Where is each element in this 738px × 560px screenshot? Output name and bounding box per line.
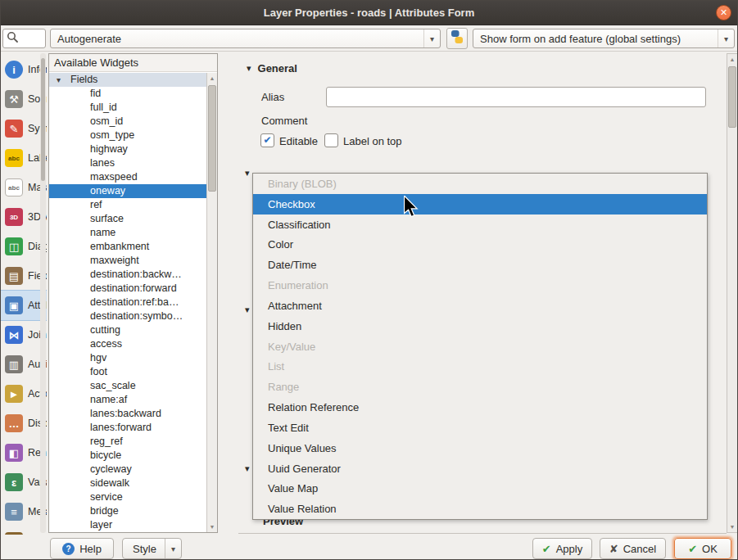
- fields-icon: ▤: [5, 267, 23, 285]
- python-init-function-button[interactable]: [446, 28, 468, 49]
- scroll-down-icon[interactable]: ▼: [727, 522, 737, 532]
- footer-bar: ? Help Style ▾ ✔ Apply ✘ Cancel ✔ OK: [1, 535, 737, 560]
- ok-label: OK: [702, 543, 718, 555]
- field-item[interactable]: reg_ref: [49, 435, 206, 449]
- widget-type-option: Binary (BLOB): [253, 174, 707, 194]
- widget-type-option[interactable]: Color: [253, 234, 707, 255]
- tree-node-label: Fields: [70, 74, 97, 85]
- autogenerate-dropdown[interactable]: Autogenerate ▾: [50, 29, 441, 48]
- mouse-cursor: [404, 196, 419, 221]
- field-item[interactable]: oneway: [49, 184, 206, 198]
- field-item[interactable]: maxweight: [49, 254, 206, 268]
- widget-type-option[interactable]: Text Edit: [253, 418, 707, 438]
- field-item[interactable]: cutting: [49, 323, 206, 337]
- help-button[interactable]: ? Help: [50, 538, 114, 559]
- field-item[interactable]: surface: [49, 212, 206, 226]
- widget-type-option[interactable]: Date/Time: [253, 255, 707, 275]
- widget-type-option[interactable]: Attachment: [253, 296, 707, 316]
- cancel-button[interactable]: ✘ Cancel: [600, 538, 666, 559]
- field-item[interactable]: name: [49, 226, 206, 240]
- field-item[interactable]: destination:backw…: [49, 268, 206, 282]
- field-item[interactable]: service: [49, 490, 206, 504]
- form-scrollbar-thumb[interactable]: [728, 66, 736, 128]
- scroll-up-icon[interactable]: ▲: [207, 73, 217, 84]
- sidebar-search-input[interactable]: [2, 29, 46, 48]
- field-item[interactable]: highway: [49, 142, 206, 156]
- sidebar-scrollbar[interactable]: [40, 53, 46, 533]
- close-button[interactable]: ✕: [716, 5, 731, 20]
- field-item[interactable]: destination:symbo…: [49, 309, 206, 323]
- section-expander-icon[interactable]: ▾: [245, 305, 250, 315]
- section-expander-icon[interactable]: ▾: [245, 463, 250, 474]
- check-icon: ✔: [261, 134, 274, 147]
- symbology-icon: ✎: [5, 120, 23, 138]
- field-item[interactable]: osm_id: [49, 115, 206, 129]
- widget-type-option[interactable]: Hidden: [253, 316, 707, 336]
- chevron-down-icon: ▾: [423, 29, 440, 47]
- display-icon: …: [5, 414, 23, 432]
- widget-type-option[interactable]: Unique Values: [253, 438, 707, 458]
- field-item[interactable]: embankment: [49, 240, 206, 254]
- tree-node-fields[interactable]: ▾ Fields: [49, 73, 206, 87]
- field-item[interactable]: bridge: [49, 504, 206, 518]
- expander-icon[interactable]: ▾: [247, 63, 251, 74]
- alias-input[interactable]: [326, 87, 706, 107]
- field-item[interactable]: osm_type: [49, 129, 206, 142]
- widget-type-option[interactable]: Checkbox: [253, 194, 707, 215]
- form-panel-scrollbar[interactable]: ▲ ▼: [727, 53, 738, 533]
- widgets-tree: ▾ Fields fidfull_idosm_idosm_typehighway…: [49, 73, 206, 532]
- scroll-down-icon[interactable]: ▼: [207, 522, 217, 532]
- field-item[interactable]: layer: [49, 518, 206, 532]
- field-item[interactable]: access: [49, 337, 206, 351]
- field-item[interactable]: cycleway: [49, 463, 206, 476]
- apply-button[interactable]: ✔ Apply: [532, 538, 592, 559]
- diagrams-icon: ◫: [5, 237, 23, 255]
- field-item[interactable]: foot: [49, 365, 206, 379]
- field-item[interactable]: lanes:forward: [49, 421, 206, 435]
- field-item[interactable]: maxspeed: [49, 170, 206, 184]
- scroll-up-icon[interactable]: ▲: [727, 54, 737, 65]
- expander-icon[interactable]: ▾: [57, 73, 61, 87]
- form-mode-dropdown[interactable]: Show form on add feature (global setting…: [473, 29, 735, 48]
- widget-type-option: List: [253, 356, 707, 377]
- field-item[interactable]: lanes: [49, 156, 206, 170]
- field-item[interactable]: destination:forward: [49, 282, 206, 296]
- editable-label: Editable: [279, 135, 318, 147]
- ok-button[interactable]: ✔ OK: [674, 538, 731, 559]
- fields-list: fidfull_idosm_idosm_typehighwaylanesmaxs…: [49, 87, 206, 532]
- widget-type-option: Range: [253, 377, 707, 397]
- widget-type-dropdown-list: Binary (BLOB)CheckboxClassificationColor…: [252, 173, 708, 520]
- check-icon: ✔: [542, 543, 551, 555]
- field-item[interactable]: full_id: [49, 101, 206, 115]
- widget-type-option[interactable]: Uuid Generator: [253, 458, 707, 479]
- field-item[interactable]: sac_scale: [49, 379, 206, 393]
- chevron-down-icon[interactable]: ▾: [165, 539, 181, 558]
- field-item[interactable]: lanes:backward: [49, 407, 206, 421]
- field-item[interactable]: ref: [49, 198, 206, 212]
- widget-type-option[interactable]: Value Relation: [253, 499, 707, 519]
- label-on-top-label: Label on top: [343, 135, 402, 147]
- available-widgets-panel: Available Widgets ▾ Fields fidfull_idosm…: [48, 53, 218, 533]
- style-button[interactable]: Style ▾: [122, 538, 182, 559]
- field-item[interactable]: sidewalk: [49, 476, 206, 490]
- alias-label: Alias: [261, 91, 284, 103]
- general-section-header[interactable]: ▾ General: [247, 62, 297, 75]
- widgets-scrollbar-thumb[interactable]: [208, 85, 216, 192]
- widget-type-option[interactable]: Classification: [253, 215, 707, 235]
- labels-icon: abc: [5, 149, 23, 167]
- field-item[interactable]: bicycle: [49, 449, 206, 463]
- widget-type-section-expander-icon[interactable]: ▾: [245, 168, 250, 178]
- field-item[interactable]: fid: [49, 87, 206, 101]
- widget-type-option[interactable]: Value Map: [253, 478, 707, 499]
- label-on-top-checkbox[interactable]: ✔: [324, 133, 338, 147]
- editable-checkbox[interactable]: ✔: [260, 133, 274, 147]
- sidebar-scrollbar-thumb[interactable]: [41, 58, 45, 181]
- information-icon: i: [5, 61, 23, 79]
- widgets-panel-scrollbar[interactable]: ▲ ▼: [206, 73, 217, 532]
- field-item[interactable]: hgv: [49, 351, 206, 365]
- widget-type-option[interactable]: Relation Reference: [253, 397, 707, 418]
- check-icon: ✔: [688, 543, 697, 555]
- field-item[interactable]: destination:ref:ba…: [49, 296, 206, 309]
- cross-icon: ✘: [609, 543, 618, 555]
- field-item[interactable]: name:af: [49, 393, 206, 407]
